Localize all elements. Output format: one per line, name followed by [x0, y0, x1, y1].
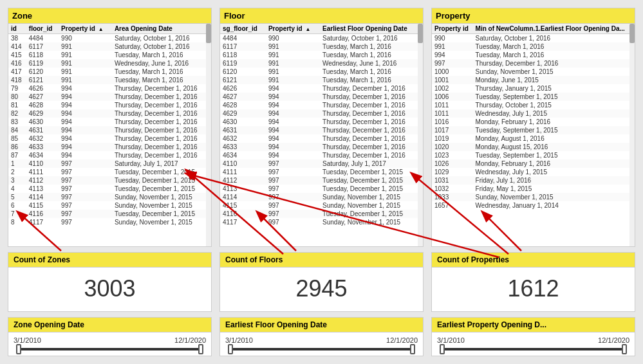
floor-col-property-id[interactable]: Property id ▲ — [266, 24, 320, 34]
zone-slider-thumb-left[interactable] — [16, 344, 21, 354]
table-row[interactable]: 4628994Thursday, December 1, 2016 — [220, 101, 423, 109]
property-col-date[interactable]: Min of NewColumn.1.Earliest Floor Openin… — [473, 24, 635, 34]
zone-table-header: Zone — [8, 8, 211, 24]
floor-slider-thumb-left[interactable] — [228, 344, 233, 354]
table-row[interactable]: 4629994Thursday, December 1, 2016 — [220, 109, 423, 118]
property-slider-thumb-right[interactable] — [622, 344, 627, 354]
table-row[interactable]: 994Tuesday, March 1, 2016 — [432, 51, 635, 59]
floor-slider-fill — [228, 348, 415, 350]
table-row[interactable]: 4630994Thursday, December 1, 2016 — [220, 118, 423, 126]
floor-col-date[interactable]: Earliest Floor Opening Date — [320, 24, 423, 34]
table-row[interactable]: 1026Monday, February 1, 2016 — [432, 159, 635, 168]
property-slider-fill — [440, 348, 627, 350]
table-row[interactable]: 4176120991Tuesday, March 1, 2016 — [8, 68, 211, 76]
table-row[interactable]: 64115997Sunday, November 1, 2015 — [8, 201, 211, 210]
table-row[interactable]: 1017Tuesday, September 1, 2015 — [432, 126, 635, 134]
table-row[interactable]: 804627994Thursday, December 1, 2016 — [8, 93, 211, 101]
floor-date-to: 12/1/2020 — [386, 336, 418, 344]
table-row[interactable]: 864633994Thursday, December 1, 2016 — [8, 143, 211, 151]
table-row[interactable]: 1011Wednesday, July 1, 2015 — [432, 109, 635, 118]
table-row[interactable]: 990Saturday, October 1, 2016 — [432, 34, 635, 43]
table-row[interactable]: 4634994Thursday, December 1, 2016 — [220, 151, 423, 159]
table-row[interactable]: 844631994Thursday, December 1, 2016 — [8, 126, 211, 134]
zone-date-header: Zone Opening Date — [8, 318, 211, 332]
table-row[interactable]: 1002Thursday, January 1, 2015 — [432, 84, 635, 93]
zone-slider-thumb-right[interactable] — [198, 344, 203, 354]
table-row[interactable]: 14110997Saturday, July 1, 2017 — [8, 159, 211, 168]
floor-date-values: 3/1/2010 12/1/2020 — [225, 336, 418, 344]
table-row[interactable]: 854632994Thursday, December 1, 2016 — [8, 134, 211, 143]
table-row[interactable]: 4633994Thursday, December 1, 2016 — [220, 143, 423, 151]
zone-table-panel: Zone id floor_id Property id ▲ Area Open… — [8, 8, 212, 247]
table-row[interactable]: 44113997Tuesday, December 1, 2015 — [8, 185, 211, 193]
floor-date-from: 3/1/2010 — [225, 336, 253, 344]
table-row[interactable]: 1006Tuesday, September 1, 2015 — [432, 93, 635, 101]
table-row[interactable]: 54114997Sunday, November 1, 2015 — [8, 193, 211, 201]
table-row[interactable]: 1011Thursday, October 1, 2015 — [432, 101, 635, 109]
zone-table-scroll[interactable]: id floor_id Property id ▲ Area Opening D… — [8, 24, 211, 246]
table-row[interactable]: 814628994Thursday, December 1, 2016 — [8, 101, 211, 109]
floor-slider-track[interactable] — [228, 348, 415, 350]
table-row[interactable]: 1000Sunday, November 1, 2015 — [432, 68, 635, 76]
table-row[interactable]: 997Thursday, December 1, 2016 — [432, 59, 635, 68]
zone-col-date[interactable]: Area Opening Date — [112, 24, 211, 34]
table-row[interactable]: 4186121991Tuesday, March 1, 2016 — [8, 76, 211, 84]
property-slider-thumb-left[interactable] — [440, 344, 445, 354]
floor-col-sg-id[interactable]: sg_floor_id — [220, 24, 266, 34]
table-row[interactable]: 1657Wednesday, January 1, 2014 — [432, 201, 635, 210]
table-row[interactable]: 384484990Saturday, October 1, 2016 — [8, 34, 211, 43]
table-row[interactable]: 34112997Tuesday, December 1, 2015 — [8, 176, 211, 185]
table-row[interactable]: 4156118991Tuesday, March 1, 2016 — [8, 51, 211, 59]
table-row[interactable]: 4484990Saturday, October 1, 2016 — [220, 34, 423, 43]
table-row[interactable]: 4626994Thursday, December 1, 2016 — [220, 84, 423, 93]
table-row[interactable]: 1001Monday, June 1, 2015 — [432, 76, 635, 84]
table-row[interactable]: 6119991Wednesday, June 1, 2016 — [220, 59, 423, 68]
table-row[interactable]: 4115997Sunday, November 1, 2015 — [220, 201, 423, 210]
property-col-id[interactable]: Property id — [432, 24, 473, 34]
table-row[interactable]: 824629994Thursday, December 1, 2016 — [8, 109, 211, 118]
table-row[interactable]: 794626994Thursday, December 1, 2016 — [8, 84, 211, 93]
table-row[interactable]: 1033Sunday, November 1, 2015 — [432, 193, 635, 201]
zone-col-property-id[interactable]: Property id ▲ — [59, 24, 112, 34]
property-slider-track[interactable] — [440, 348, 627, 350]
table-row[interactable]: 1029Wednesday, July 1, 2015 — [432, 168, 635, 176]
zone-col-floor-id[interactable]: floor_id — [26, 24, 59, 34]
table-row[interactable]: 74116997Tuesday, December 1, 2015 — [8, 210, 211, 218]
table-row[interactable]: 4632994Thursday, December 1, 2016 — [220, 134, 423, 143]
table-row[interactable]: 4627994Thursday, December 1, 2016 — [220, 93, 423, 101]
table-row[interactable]: 4146117991Saturday, October 1, 2016 — [8, 42, 211, 51]
table-row[interactable]: 1023Tuesday, September 1, 2015 — [432, 151, 635, 159]
zone-col-id[interactable]: id — [8, 24, 26, 34]
table-row[interactable]: 4116997Tuesday, December 1, 2015 — [220, 210, 423, 218]
table-row[interactable]: 84117997Sunday, November 1, 2015 — [8, 218, 211, 226]
table-row[interactable]: 1019Monday, August 1, 2016 — [432, 134, 635, 143]
table-row[interactable]: 834630994Thursday, December 1, 2016 — [8, 118, 211, 126]
table-row[interactable]: 4113997Tuesday, December 1, 2015 — [220, 185, 423, 193]
table-row[interactable]: 1016Monday, February 1, 2016 — [432, 118, 635, 126]
table-row[interactable]: 4114997Sunday, November 1, 2015 — [220, 193, 423, 201]
floor-table-scroll[interactable]: sg_floor_id Property id ▲ Earliest Floor… — [220, 24, 423, 246]
table-row[interactable]: 24111997Tuesday, December 1, 2015 — [8, 168, 211, 176]
table-row[interactable]: 1031Friday, July 1, 2016 — [432, 176, 635, 185]
table-row[interactable]: 1032Friday, May 1, 2015 — [432, 185, 635, 193]
table-row[interactable]: 6120991Tuesday, March 1, 2016 — [220, 68, 423, 76]
table-row[interactable]: 4112997Tuesday, December 1, 2015 — [220, 176, 423, 185]
table-row[interactable]: 6121991Tuesday, March 1, 2016 — [220, 76, 423, 84]
table-row[interactable]: 4110997Saturday, July 1, 2017 — [220, 159, 423, 168]
zone-count-value: 3003 — [8, 268, 211, 311]
floor-column: Floor sg_floor_id Property id ▲ Earliest… — [219, 8, 424, 356]
table-row[interactable]: 4111997Tuesday, December 1, 2015 — [220, 168, 423, 176]
table-row[interactable]: 6118991Tuesday, March 1, 2016 — [220, 51, 423, 59]
table-row[interactable]: 4166119991Wednesday, June 1, 2016 — [8, 59, 211, 68]
zone-slider-track[interactable] — [16, 348, 203, 350]
table-row[interactable]: 874634994Thursday, December 1, 2016 — [8, 151, 211, 159]
table-row[interactable]: 6117991Tuesday, March 1, 2016 — [220, 42, 423, 51]
table-row[interactable]: 4117997Sunday, November 1, 2015 — [220, 218, 423, 226]
table-row[interactable]: 1020Monday, August 15, 2016 — [432, 143, 635, 151]
zone-date-panel: Zone Opening Date 3/1/2010 12/1/2020 — [8, 317, 212, 356]
floor-slider-thumb-right[interactable] — [410, 344, 415, 354]
property-table-scroll[interactable]: Property id Min of NewColumn.1.Earliest … — [432, 24, 635, 246]
table-row[interactable]: 991Tuesday, March 1, 2016 — [432, 42, 635, 51]
floor-date-header: Earliest Floor Opening Date — [220, 318, 423, 332]
table-row[interactable]: 4631994Thursday, December 1, 2016 — [220, 126, 423, 134]
